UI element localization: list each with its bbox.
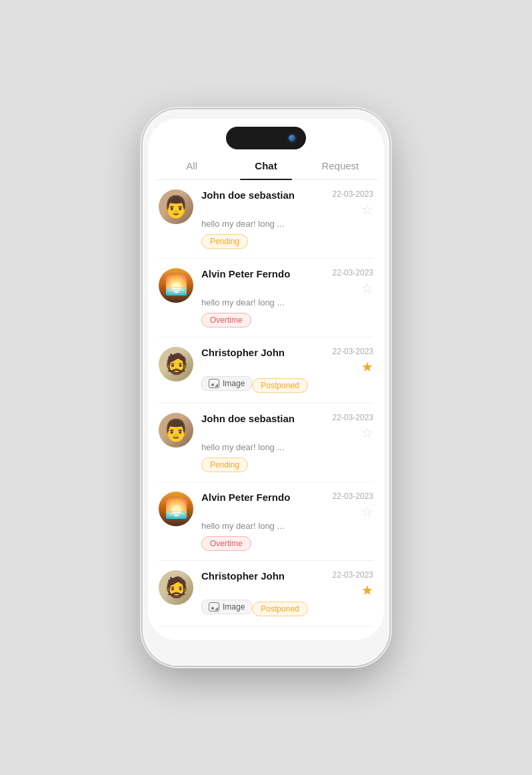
star-button[interactable]: ☆ — [361, 201, 373, 217]
image-label: Image — [223, 379, 245, 388]
chat-date: 22-03-2023 — [333, 189, 373, 199]
chat-message: hello my dear! long ... — [201, 521, 373, 531]
image-icon — [209, 379, 219, 388]
chat-header-row: Alvin Peter Ferndo22-03-2023☆ — [201, 492, 373, 520]
chat-header-row: John doe sebastian22-03-2023☆ — [201, 189, 373, 217]
chat-header-row: Christopher John22-03-2023★ — [201, 570, 373, 598]
image-icon — [209, 602, 219, 612]
chat-date: 22-03-2023 — [333, 413, 373, 422]
phone-frame: All Chat Request John doe sebastian22-03… — [143, 109, 389, 666]
star-button[interactable]: ☆ — [361, 504, 373, 520]
chat-header-row: Alvin Peter Ferndo22-03-2023☆ — [201, 268, 373, 296]
tab-all[interactable]: All — [155, 160, 229, 179]
chat-message: hello my dear! long ... — [201, 442, 373, 452]
phone-screen: All Chat Request John doe sebastian22-03… — [148, 119, 384, 640]
chat-item[interactable]: John doe sebastian22-03-2023☆hello my de… — [159, 180, 373, 259]
avatar — [159, 347, 193, 381]
avatar — [159, 189, 193, 224]
chat-header-row: John doe sebastian22-03-2023☆ — [201, 413, 373, 441]
chat-name: John doe sebastian — [201, 189, 295, 201]
chat-content: Christopher John22-03-2023★ImagePostpone… — [201, 570, 373, 617]
chat-item[interactable]: Christopher John22-03-2023★ImagePostpone… — [159, 561, 373, 627]
avatar — [159, 268, 193, 303]
dynamic-island — [226, 127, 306, 149]
chat-date: 22-03-2023 — [333, 570, 373, 580]
status-badge: Postponed — [252, 602, 307, 616]
chat-header-row: Christopher John22-03-2023★ — [201, 347, 373, 375]
chat-name: Alvin Peter Ferndo — [201, 268, 290, 279]
chat-right-column: 22-03-2023☆ — [327, 189, 373, 217]
tab-bar: All Chat Request — [155, 149, 377, 180]
chat-content: John doe sebastian22-03-2023☆hello my de… — [201, 189, 373, 249]
chat-item[interactable]: John doe sebastian22-03-2023☆hello my de… — [159, 404, 373, 482]
chat-right-column: 22-03-2023★ — [327, 570, 373, 598]
chat-content: Alvin Peter Ferndo22-03-2023☆hello my de… — [201, 268, 373, 327]
chat-content: Alvin Peter Ferndo22-03-2023☆hello my de… — [201, 492, 373, 551]
chat-content: John doe sebastian22-03-2023☆hello my de… — [201, 413, 373, 472]
chat-date: 22-03-2023 — [333, 268, 373, 277]
bottom-safe-area — [148, 627, 384, 640]
chat-message: hello my dear! long ... — [201, 219, 373, 229]
tab-chat[interactable]: Chat — [229, 160, 303, 179]
camera-dot — [289, 135, 295, 141]
chat-name: Christopher John — [201, 570, 285, 582]
tab-request[interactable]: Request — [303, 160, 377, 179]
image-preview-badge: Image — [201, 376, 252, 391]
status-badge: Pending — [201, 234, 248, 249]
chat-name: Alvin Peter Ferndo — [201, 492, 290, 503]
star-button[interactable]: ★ — [361, 359, 373, 375]
star-button[interactable]: ☆ — [361, 280, 373, 296]
chat-item[interactable]: Alvin Peter Ferndo22-03-2023☆hello my de… — [159, 259, 373, 337]
star-button[interactable]: ☆ — [361, 425, 373, 441]
status-badge: Pending — [201, 458, 248, 472]
avatar — [159, 570, 193, 605]
avatar — [159, 413, 193, 448]
chat-right-column: 22-03-2023☆ — [327, 413, 373, 441]
chat-list: John doe sebastian22-03-2023☆hello my de… — [148, 180, 384, 627]
image-label: Image — [223, 602, 245, 612]
chat-right-column: 22-03-2023★ — [327, 347, 373, 375]
avatar — [159, 492, 193, 526]
chat-item[interactable]: Christopher John22-03-2023★ImagePostpone… — [159, 337, 373, 404]
chat-right-column: 22-03-2023☆ — [327, 492, 373, 520]
chat-date: 22-03-2023 — [333, 492, 373, 501]
chat-date: 22-03-2023 — [333, 347, 373, 356]
chat-right-column: 22-03-2023☆ — [327, 268, 373, 296]
image-preview-badge: Image — [201, 600, 252, 614]
chat-name: Christopher John — [201, 347, 285, 358]
chat-content: Christopher John22-03-2023★ImagePostpone… — [201, 347, 373, 394]
star-button[interactable]: ★ — [361, 582, 373, 598]
status-badge: Postponed — [252, 378, 307, 393]
status-badge: Overtime — [201, 313, 251, 327]
chat-name: John doe sebastian — [201, 413, 295, 424]
chat-item[interactable]: Alvin Peter Ferndo22-03-2023☆hello my de… — [159, 482, 373, 561]
status-badge: Overtime — [201, 536, 251, 551]
chat-message: hello my dear! long ... — [201, 297, 373, 307]
